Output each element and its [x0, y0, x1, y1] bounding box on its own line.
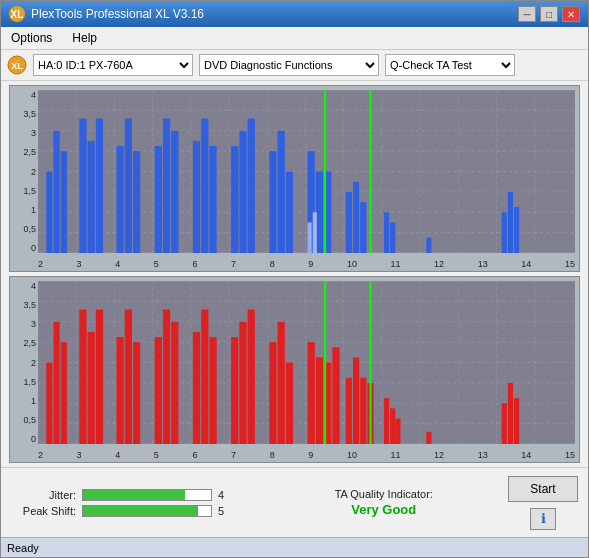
svg-rect-112: [384, 398, 389, 444]
top-chart-svg: [38, 90, 575, 253]
svg-rect-38: [209, 146, 216, 253]
metrics-right: Start ℹ: [508, 476, 578, 530]
svg-rect-118: [514, 398, 519, 444]
svg-rect-99: [239, 322, 246, 444]
toolbar: XL HA:0 ID:1 PX-760A DVD Diagnostic Func…: [1, 50, 588, 81]
drive-select[interactable]: HA:0 ID:1 PX-760A: [33, 54, 193, 76]
svg-rect-98: [231, 337, 238, 444]
svg-rect-110: [360, 378, 366, 444]
jitter-label: Jitter:: [11, 489, 76, 501]
svg-rect-49: [313, 212, 317, 253]
window-controls: ─ □ ✕: [518, 6, 580, 22]
close-button[interactable]: ✕: [562, 6, 580, 22]
top-chart-inner: [38, 90, 575, 253]
svg-rect-100: [248, 310, 255, 444]
jitter-row: Jitter: 4: [11, 489, 260, 501]
svg-rect-101: [269, 342, 276, 444]
minimize-button[interactable]: ─: [518, 6, 536, 22]
svg-rect-37: [201, 119, 208, 253]
svg-rect-93: [163, 310, 170, 444]
app-icon: XL: [9, 6, 25, 22]
title-bar: XL PlexTools Professional XL V3.16 ─ □ ✕: [1, 1, 588, 27]
maximize-button[interactable]: □: [540, 6, 558, 22]
ta-quality-value: Very Good: [351, 502, 416, 517]
jitter-bar: [82, 489, 212, 501]
svg-rect-116: [502, 403, 507, 444]
jitter-empty: [185, 490, 211, 500]
svg-rect-115: [426, 432, 431, 444]
svg-rect-31: [125, 119, 132, 253]
svg-rect-43: [278, 131, 285, 253]
svg-rect-84: [53, 322, 59, 444]
svg-rect-114: [395, 419, 400, 444]
ta-quality-label: TA Quality Indicator:: [335, 488, 433, 500]
drive-icon: XL: [7, 55, 27, 75]
jitter-value: 4: [218, 489, 232, 501]
svg-rect-53: [384, 212, 389, 253]
svg-rect-95: [193, 332, 200, 444]
svg-rect-96: [201, 310, 208, 444]
svg-rect-89: [116, 337, 123, 444]
metrics-left: Jitter: 4 Peak Shift: 5: [11, 489, 260, 517]
info-icon: ℹ: [541, 511, 546, 526]
svg-rect-48: [308, 222, 312, 253]
peak-shift-row: Peak Shift: 5: [11, 505, 260, 517]
bottom-chart-y-axis: 4 3,5 3 2,5 2 1,5 1 0,5 0: [10, 281, 38, 444]
peak-shift-empty: [198, 506, 211, 516]
svg-rect-107: [332, 347, 339, 444]
status-text: Ready: [7, 542, 39, 554]
svg-rect-34: [163, 119, 170, 253]
svg-rect-87: [88, 332, 95, 444]
svg-rect-52: [360, 202, 366, 253]
svg-rect-109: [353, 357, 359, 444]
svg-rect-117: [508, 383, 513, 444]
svg-rect-36: [193, 141, 200, 253]
svg-rect-40: [239, 131, 246, 253]
title-bar-left: XL PlexTools Professional XL V3.16: [9, 6, 204, 22]
bottom-chart-inner: [38, 281, 575, 444]
svg-rect-113: [390, 408, 395, 444]
svg-rect-33: [155, 146, 162, 253]
svg-rect-105: [316, 357, 323, 444]
svg-rect-25: [53, 131, 59, 253]
svg-rect-91: [133, 342, 140, 444]
svg-rect-54: [390, 222, 395, 253]
svg-rect-55: [426, 238, 431, 253]
svg-rect-97: [209, 337, 216, 444]
svg-rect-103: [286, 363, 293, 445]
peak-shift-progress: [83, 506, 198, 516]
svg-rect-27: [79, 119, 86, 253]
bottom-chart-svg: [38, 281, 575, 444]
test-select[interactable]: Q-Check TA Test: [385, 54, 515, 76]
top-chart-x-axis: 2 3 4 5 6 7 8 9 10 11 12 13 14 15: [38, 259, 575, 269]
svg-rect-108: [346, 378, 352, 444]
svg-rect-92: [155, 337, 162, 444]
bottom-chart-x-axis: 2 3 4 5 6 7 8 9 10 11 12 13 14 15: [38, 450, 575, 460]
svg-rect-104: [308, 342, 315, 444]
menu-options[interactable]: Options: [7, 29, 56, 47]
svg-rect-26: [61, 151, 67, 253]
function-select[interactable]: DVD Diagnostic Functions: [199, 54, 379, 76]
svg-rect-29: [96, 119, 103, 253]
svg-rect-50: [346, 192, 352, 253]
bottom-panel: Jitter: 4 Peak Shift: 5 TA Quality Indic…: [1, 467, 588, 537]
svg-rect-58: [514, 207, 519, 253]
svg-rect-90: [125, 310, 132, 444]
svg-rect-42: [269, 151, 276, 253]
start-button[interactable]: Start: [508, 476, 578, 502]
info-button[interactable]: ℹ: [530, 508, 556, 530]
window-title: PlexTools Professional XL V3.16: [31, 7, 204, 21]
peak-shift-value: 5: [218, 505, 232, 517]
peak-shift-label: Peak Shift:: [11, 505, 76, 517]
menu-help[interactable]: Help: [68, 29, 101, 47]
svg-rect-57: [508, 192, 513, 253]
peak-shift-bar: [82, 505, 212, 517]
svg-rect-83: [46, 363, 52, 445]
svg-text:XL: XL: [11, 61, 23, 71]
svg-rect-85: [61, 342, 67, 444]
svg-rect-51: [353, 182, 359, 253]
svg-rect-102: [278, 322, 285, 444]
svg-rect-39: [231, 146, 238, 253]
menu-bar: Options Help: [1, 27, 588, 50]
svg-rect-56: [502, 212, 507, 253]
